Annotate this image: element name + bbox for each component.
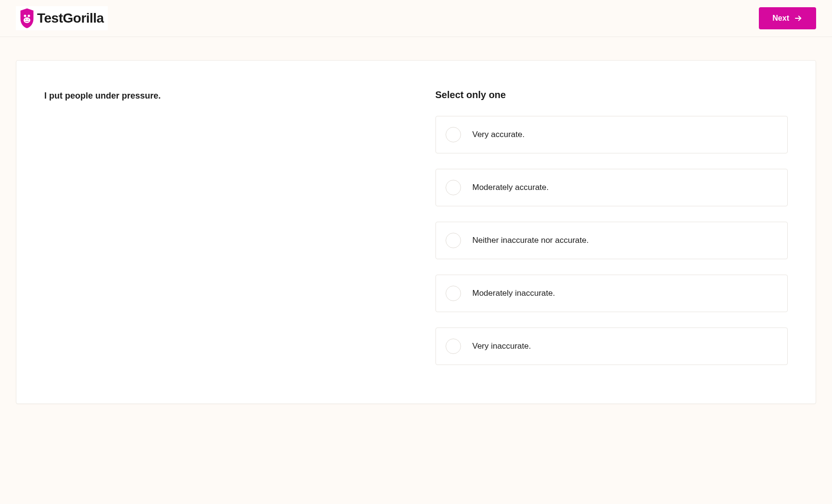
radio-icon bbox=[446, 127, 461, 142]
option-label: Neither inaccurate nor accurate. bbox=[473, 236, 589, 245]
svg-point-1 bbox=[28, 15, 30, 17]
next-button-label: Next bbox=[772, 14, 789, 23]
content-wrapper: I put people under pressure. Select only… bbox=[0, 37, 832, 423]
svg-point-3 bbox=[26, 19, 26, 20]
brand-logo: TestGorilla bbox=[16, 6, 108, 30]
radio-icon bbox=[446, 233, 461, 248]
radio-icon bbox=[446, 180, 461, 195]
question-card: I put people under pressure. Select only… bbox=[16, 60, 816, 404]
svg-point-2 bbox=[24, 17, 30, 23]
question-column: I put people under pressure. bbox=[44, 89, 397, 365]
radio-icon bbox=[446, 286, 461, 301]
option-label: Very inaccurate. bbox=[473, 341, 531, 351]
page-header: TestGorilla Next bbox=[0, 0, 832, 37]
answer-option-very-inaccurate[interactable]: Very inaccurate. bbox=[435, 328, 788, 365]
option-label: Very accurate. bbox=[473, 130, 525, 139]
option-label: Moderately accurate. bbox=[473, 183, 549, 192]
radio-icon bbox=[446, 339, 461, 354]
answer-option-moderately-accurate[interactable]: Moderately accurate. bbox=[435, 169, 788, 206]
answer-instruction: Select only one bbox=[435, 89, 788, 101]
answers-column: Select only one Very accurate. Moderatel… bbox=[435, 89, 788, 365]
option-label: Moderately inaccurate. bbox=[473, 289, 555, 298]
answer-option-neither[interactable]: Neither inaccurate nor accurate. bbox=[435, 222, 788, 259]
answer-option-very-accurate[interactable]: Very accurate. bbox=[435, 116, 788, 153]
answer-option-moderately-inaccurate[interactable]: Moderately inaccurate. bbox=[435, 275, 788, 312]
gorilla-shield-icon bbox=[20, 8, 34, 28]
question-prompt: I put people under pressure. bbox=[44, 89, 397, 102]
brand-name: TestGorilla bbox=[37, 11, 104, 26]
next-button[interactable]: Next bbox=[759, 7, 816, 29]
arrow-right-icon bbox=[794, 14, 803, 23]
svg-point-0 bbox=[24, 15, 26, 17]
svg-point-4 bbox=[28, 19, 29, 20]
